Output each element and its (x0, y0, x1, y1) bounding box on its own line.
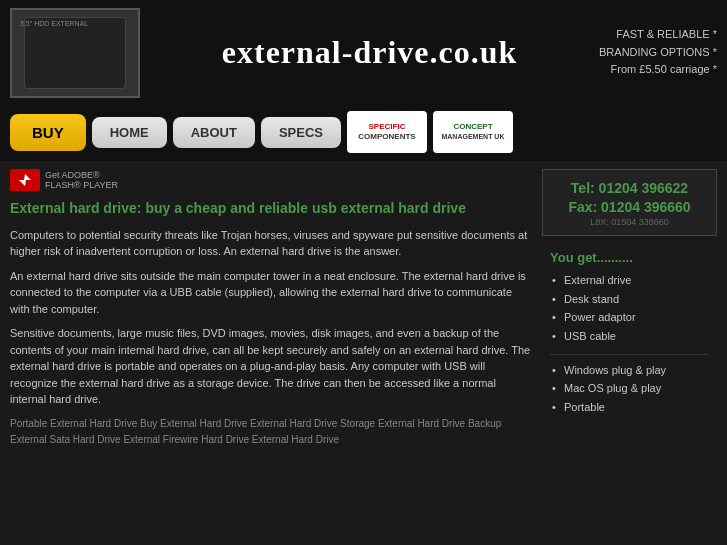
list-item: External drive (550, 271, 709, 290)
specs-button[interactable]: SPECS (261, 117, 341, 148)
footer-links: Portable External Hard Drive Buy Externa… (10, 416, 532, 448)
content-left: Get ADOBE®FLASH® PLAYER External hard dr… (10, 169, 532, 537)
site-title: external-drive.co.uk (140, 34, 599, 71)
list-item: Desk stand (550, 290, 709, 309)
contact-box: Tel: 01204 396622 Fax: 01204 396660 L8X:… (542, 169, 717, 236)
list-item: Portable (550, 398, 709, 417)
svg-rect-3 (45, 48, 100, 56)
telephone: Tel: 01204 396622 (553, 178, 706, 199)
list-item: USB cable (550, 327, 709, 346)
list-item: Power adaptor (550, 308, 709, 327)
list-item: Mac OS plug & play (550, 379, 709, 398)
svg-point-2 (36, 29, 44, 37)
buy-button[interactable]: BUY (10, 114, 86, 151)
flash-icon (10, 169, 40, 191)
fax: Fax: 01204 396660 (553, 199, 706, 215)
flash-banner[interactable]: Get ADOBE®FLASH® PLAYER (10, 169, 532, 191)
home-button[interactable]: HOME (92, 117, 167, 148)
you-get-list2: Windows plug & playMac OS plug & playPor… (550, 361, 709, 417)
concept-management-logo[interactable]: CONCEPTMANAGEMENT UK (433, 111, 513, 153)
you-get-box: You get.......... External driveDesk sta… (542, 244, 717, 431)
header: 3.5" HDD EXTERNAL external-drive.co.uk F… (0, 0, 727, 105)
tagline-3: From £5.50 carriage * (599, 61, 717, 79)
page-heading: External hard drive: buy a cheap and rel… (10, 199, 532, 219)
content-para2: An external hard drive sits outside the … (10, 268, 532, 318)
nav-bar: BUY HOME ABOUT SPECS SPECIFICCOMPONENTS … (0, 105, 727, 161)
tagline-2: BRANDING OPTIONS * (599, 44, 717, 62)
contact-sub: L8X: 01504 338660 (553, 217, 706, 227)
you-get-list1: External driveDesk standPower adaptorUSB… (550, 271, 709, 346)
product-image: 3.5" HDD EXTERNAL (10, 8, 140, 98)
specific-components-logo[interactable]: SPECIFICCOMPONENTS (347, 111, 427, 153)
list-item: Windows plug & play (550, 361, 709, 380)
content-para3: Sensitive documents, large music files, … (10, 325, 532, 408)
svg-rect-1 (35, 28, 115, 78)
list-divider (550, 354, 709, 355)
svg-marker-5 (19, 174, 31, 186)
svg-text:3.5" HDD EXTERNAL: 3.5" HDD EXTERNAL (32, 21, 81, 27)
header-taglines: FAST & RELIABLE * BRANDING OPTIONS * Fro… (599, 26, 717, 79)
sidebar: Tel: 01204 396622 Fax: 01204 396660 L8X:… (542, 169, 717, 537)
you-get-title: You get.......... (550, 250, 709, 265)
flash-text: Get ADOBE®FLASH® PLAYER (45, 170, 118, 190)
content-para1: Computers to potential security threats … (10, 227, 532, 260)
about-button[interactable]: ABOUT (173, 117, 255, 148)
svg-rect-0 (30, 23, 120, 83)
main-content: Get ADOBE®FLASH® PLAYER External hard dr… (0, 161, 727, 545)
tagline-1: FAST & RELIABLE * (599, 26, 717, 44)
